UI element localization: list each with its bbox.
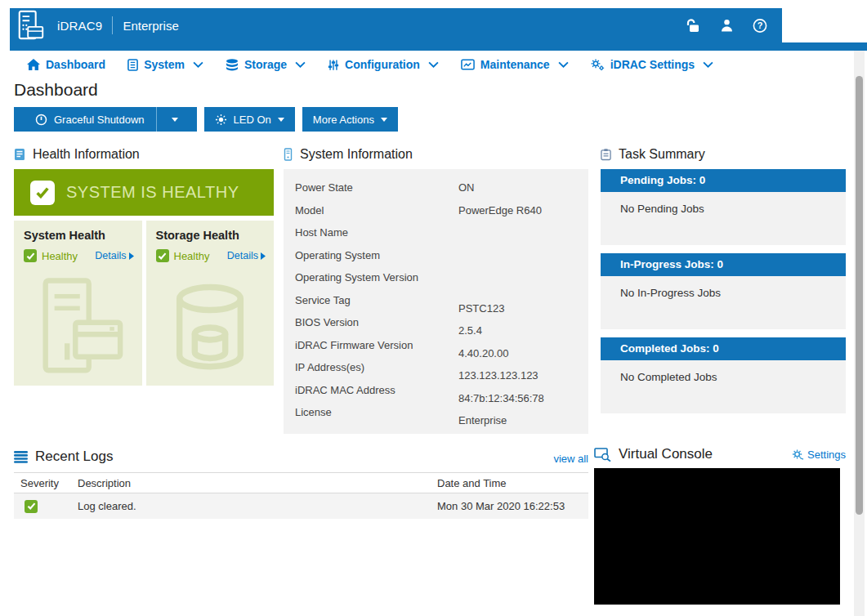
log-description: Log cleared.	[78, 500, 437, 512]
healthy-check-icon	[30, 181, 55, 205]
info-label: Service Tag	[295, 294, 458, 306]
info-label: Operating System Version	[295, 271, 458, 283]
system-information-panel: System Information Power StateON ModelPo…	[284, 145, 588, 434]
task-summary-panel-icon	[601, 148, 611, 161]
page-title: Dashboard	[14, 80, 98, 100]
panel-title: Recent Logs	[35, 449, 113, 465]
server-icon	[127, 59, 138, 71]
info-label: BIOS Version	[295, 316, 458, 328]
database-watermark-icon	[146, 271, 275, 386]
info-row: Service TagPSTC123	[284, 289, 588, 312]
graceful-shutdown-button[interactable]: Graceful Shutdown	[25, 107, 157, 132]
column-header-description: Description	[78, 477, 437, 489]
nav-item-idrac-settings[interactable]: iDRAC Settings	[591, 58, 713, 71]
nav-item-configuration[interactable]: Configuration	[328, 58, 439, 71]
link-label: Details	[95, 250, 126, 261]
idrac-logo-icon	[16, 9, 46, 42]
chevron-down-icon	[558, 61, 569, 68]
nav-label: iDRAC Settings	[610, 58, 695, 71]
graceful-shutdown-dropdown-toggle[interactable]	[163, 107, 186, 132]
info-label: Operating System	[295, 249, 458, 261]
nav-label: System	[144, 58, 185, 71]
card-title: Storage Health	[156, 229, 266, 242]
info-row: ModelPowerEdge R640	[284, 199, 588, 222]
info-value: 84:7b:12:34:56:78	[458, 392, 577, 404]
virtual-console-panel: Virtual Console Settings	[594, 446, 846, 605]
console-monitor-icon	[594, 448, 611, 462]
info-label: iDRAC Firmware Version	[295, 339, 458, 351]
button-label: LED On	[234, 114, 271, 126]
panel-title: Health Information	[33, 147, 140, 162]
panel-title: Task Summary	[619, 147, 705, 162]
recent-logs-panel: Recent Logs view all Severity Descriptio…	[14, 449, 588, 519]
header-strip	[10, 42, 867, 51]
info-label: iDRAC MAC Address	[295, 384, 458, 396]
power-icon	[35, 114, 47, 126]
system-health-details-link[interactable]: Details	[95, 250, 133, 261]
chevron-down-icon	[428, 61, 439, 68]
gear-icon	[792, 449, 804, 460]
button-label: Graceful Shutdown	[54, 114, 145, 126]
system-info-table: Power StateON ModelPowerEdge R640 Host N…	[284, 169, 588, 434]
info-value: PSTC123	[458, 302, 577, 315]
health-information-panel: Health Information SYSTEM IS HEALTHY Sys…	[14, 145, 274, 386]
nav-label: Maintenance	[480, 58, 550, 71]
column-header-datetime: Date and Time	[437, 477, 588, 489]
help-icon[interactable]: ?	[753, 18, 767, 33]
caret-down-icon	[381, 118, 387, 122]
main-navigation: Dashboard System Storage Configuration M…	[0, 51, 867, 78]
panel-title: Virtual Console	[619, 446, 713, 462]
led-sun-icon	[215, 114, 227, 126]
info-value: 4.40.20.00	[458, 347, 577, 359]
user-icon[interactable]	[718, 18, 735, 33]
nav-item-system[interactable]: System	[127, 58, 203, 71]
health-status: Healthy	[42, 250, 78, 262]
edition-name: Enterprise	[123, 19, 178, 33]
section-header: Pending Jobs: 0	[601, 169, 846, 192]
chevron-down-icon	[193, 61, 203, 68]
storage-health-details-link[interactable]: Details	[227, 250, 266, 261]
info-label: Power State	[295, 181, 458, 194]
server-tower-watermark-icon	[14, 271, 142, 386]
caret-down-icon	[172, 118, 178, 122]
home-icon	[27, 59, 40, 70]
nav-item-maintenance[interactable]: Maintenance	[461, 58, 569, 71]
unlock-icon[interactable]	[684, 18, 700, 33]
chevron-down-icon	[703, 61, 713, 68]
chevron-down-icon	[295, 61, 306, 68]
log-row[interactable]: Log cleared. Mon 30 Mar 2020 16:22:53	[14, 493, 588, 519]
led-on-button[interactable]: LED On	[204, 107, 295, 132]
database-icon	[226, 59, 239, 71]
section-header: In-Progress Jobs: 0	[601, 253, 846, 276]
info-row: iDRAC MAC Address84:7b:12:34:56:78	[284, 379, 588, 402]
more-actions-button[interactable]: More Actions	[302, 107, 398, 132]
view-all-link[interactable]: view all	[553, 453, 588, 465]
section-body: No Pending Jobs	[601, 192, 846, 245]
console-preview-screen[interactable]	[594, 468, 840, 605]
system-health-card: System Health Healthy Details	[14, 221, 142, 386]
system-info-panel-icon	[284, 148, 293, 161]
info-value: PowerEdge R640	[458, 204, 577, 216]
info-row: iDRAC Firmware Version4.40.20.00	[284, 334, 588, 357]
healthy-check-icon	[24, 249, 37, 262]
pending-jobs-section: Pending Jobs: 0 No Pending Jobs	[601, 169, 846, 245]
sliders-icon	[328, 59, 339, 71]
section-body: No In-Progress Jobs	[601, 276, 846, 329]
console-settings-link[interactable]: Settings	[792, 449, 846, 461]
logs-table-header: Severity Description Date and Time	[14, 472, 588, 493]
info-value: ON	[458, 181, 577, 194]
column-header-severity: Severity	[20, 477, 78, 489]
nav-item-storage[interactable]: Storage	[226, 58, 306, 71]
log-datetime: Mon 30 Mar 2020 16:22:53	[437, 500, 588, 512]
link-label: Details	[227, 250, 258, 261]
logs-table: Severity Description Date and Time Log c…	[14, 472, 588, 519]
vertical-scrollbar[interactable]	[854, 51, 865, 616]
storage-health-card: Storage Health Healthy Details	[146, 221, 275, 386]
info-row: Power StateON	[284, 176, 588, 199]
scrollbar-thumb[interactable]	[856, 76, 863, 515]
healthy-check-icon	[25, 500, 38, 513]
banner-text: SYSTEM IS HEALTHY	[66, 183, 239, 202]
info-label: License	[295, 406, 458, 418]
info-row: Operating System Version	[284, 266, 588, 289]
nav-item-dashboard[interactable]: Dashboard	[27, 58, 105, 71]
